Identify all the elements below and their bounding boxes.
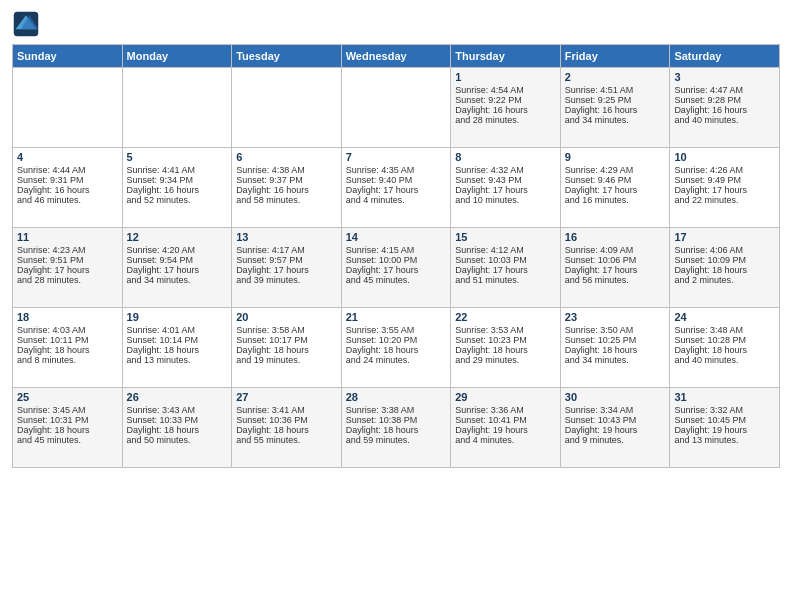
day-info: Sunrise: 3:50 AM [565, 325, 666, 335]
day-info: Daylight: 17 hours [455, 265, 556, 275]
day-number: 28 [346, 391, 447, 403]
day-info: Daylight: 17 hours [236, 265, 337, 275]
day-info: Sunset: 9:25 PM [565, 95, 666, 105]
day-info: Sunrise: 4:23 AM [17, 245, 118, 255]
day-info: Sunrise: 3:38 AM [346, 405, 447, 415]
day-info: Sunset: 10:31 PM [17, 415, 118, 425]
day-info: and 45 minutes. [17, 435, 118, 445]
calendar-container: SundayMondayTuesdayWednesdayThursdayFrid… [0, 0, 792, 612]
day-cell: 5Sunrise: 4:41 AMSunset: 9:34 PMDaylight… [122, 148, 232, 228]
day-info: Daylight: 16 hours [127, 185, 228, 195]
day-number: 6 [236, 151, 337, 163]
day-info: Daylight: 18 hours [236, 425, 337, 435]
day-info: Daylight: 16 hours [674, 105, 775, 115]
day-info: and 55 minutes. [236, 435, 337, 445]
day-header-thursday: Thursday [451, 45, 561, 68]
day-number: 11 [17, 231, 118, 243]
day-info: and 34 minutes. [565, 355, 666, 365]
day-info: Sunrise: 3:32 AM [674, 405, 775, 415]
day-number: 21 [346, 311, 447, 323]
day-info: and 22 minutes. [674, 195, 775, 205]
day-info: Sunset: 9:22 PM [455, 95, 556, 105]
day-cell: 21Sunrise: 3:55 AMSunset: 10:20 PMDaylig… [341, 308, 451, 388]
day-number: 29 [455, 391, 556, 403]
day-header-tuesday: Tuesday [232, 45, 342, 68]
day-info: and 52 minutes. [127, 195, 228, 205]
day-cell: 27Sunrise: 3:41 AMSunset: 10:36 PMDaylig… [232, 388, 342, 468]
day-info: Daylight: 17 hours [565, 265, 666, 275]
day-info: Sunset: 10:43 PM [565, 415, 666, 425]
day-info: Daylight: 19 hours [674, 425, 775, 435]
day-info: Sunset: 9:54 PM [127, 255, 228, 265]
day-info: and 45 minutes. [346, 275, 447, 285]
day-cell: 9Sunrise: 4:29 AMSunset: 9:46 PMDaylight… [560, 148, 670, 228]
header [12, 10, 780, 38]
week-row-3: 18Sunrise: 4:03 AMSunset: 10:11 PMDaylig… [13, 308, 780, 388]
day-info: Sunrise: 4:01 AM [127, 325, 228, 335]
day-number: 23 [565, 311, 666, 323]
day-cell: 16Sunrise: 4:09 AMSunset: 10:06 PMDaylig… [560, 228, 670, 308]
day-info: and 19 minutes. [236, 355, 337, 365]
day-info: Sunrise: 4:06 AM [674, 245, 775, 255]
day-cell: 15Sunrise: 4:12 AMSunset: 10:03 PMDaylig… [451, 228, 561, 308]
day-info: Sunset: 10:41 PM [455, 415, 556, 425]
day-info: Sunrise: 4:17 AM [236, 245, 337, 255]
day-info: and 2 minutes. [674, 275, 775, 285]
day-cell: 29Sunrise: 3:36 AMSunset: 10:41 PMDaylig… [451, 388, 561, 468]
day-info: Sunset: 10:38 PM [346, 415, 447, 425]
day-number: 8 [455, 151, 556, 163]
day-cell: 24Sunrise: 3:48 AMSunset: 10:28 PMDaylig… [670, 308, 780, 388]
week-row-1: 4Sunrise: 4:44 AMSunset: 9:31 PMDaylight… [13, 148, 780, 228]
day-cell: 8Sunrise: 4:32 AMSunset: 9:43 PMDaylight… [451, 148, 561, 228]
day-info: Sunrise: 4:41 AM [127, 165, 228, 175]
day-info: Sunset: 10:14 PM [127, 335, 228, 345]
day-info: Sunrise: 4:12 AM [455, 245, 556, 255]
day-number: 22 [455, 311, 556, 323]
day-info: Sunset: 9:43 PM [455, 175, 556, 185]
day-info: and 8 minutes. [17, 355, 118, 365]
day-info: Daylight: 16 hours [565, 105, 666, 115]
day-number: 4 [17, 151, 118, 163]
day-info: Sunset: 9:31 PM [17, 175, 118, 185]
day-cell: 2Sunrise: 4:51 AMSunset: 9:25 PMDaylight… [560, 68, 670, 148]
day-cell: 22Sunrise: 3:53 AMSunset: 10:23 PMDaylig… [451, 308, 561, 388]
day-cell: 10Sunrise: 4:26 AMSunset: 9:49 PMDayligh… [670, 148, 780, 228]
day-info: and 29 minutes. [455, 355, 556, 365]
day-info: Sunset: 9:37 PM [236, 175, 337, 185]
header-row: SundayMondayTuesdayWednesdayThursdayFrid… [13, 45, 780, 68]
day-info: Sunrise: 3:53 AM [455, 325, 556, 335]
day-info: Daylight: 18 hours [455, 345, 556, 355]
day-info: Sunrise: 4:09 AM [565, 245, 666, 255]
day-cell [122, 68, 232, 148]
day-info: Sunrise: 3:41 AM [236, 405, 337, 415]
day-info: Daylight: 16 hours [236, 185, 337, 195]
day-number: 9 [565, 151, 666, 163]
day-info: and 34 minutes. [565, 115, 666, 125]
day-info: and 40 minutes. [674, 355, 775, 365]
day-header-monday: Monday [122, 45, 232, 68]
day-info: and 40 minutes. [674, 115, 775, 125]
day-cell: 11Sunrise: 4:23 AMSunset: 9:51 PMDayligh… [13, 228, 123, 308]
day-number: 27 [236, 391, 337, 403]
day-info: Daylight: 18 hours [346, 345, 447, 355]
day-info: Daylight: 16 hours [455, 105, 556, 115]
day-info: Sunset: 10:23 PM [455, 335, 556, 345]
day-cell: 13Sunrise: 4:17 AMSunset: 9:57 PMDayligh… [232, 228, 342, 308]
day-info: Daylight: 17 hours [455, 185, 556, 195]
day-info: Sunset: 9:46 PM [565, 175, 666, 185]
day-number: 15 [455, 231, 556, 243]
day-number: 30 [565, 391, 666, 403]
day-info: Sunrise: 4:20 AM [127, 245, 228, 255]
logo [12, 10, 44, 38]
day-info: Daylight: 18 hours [17, 425, 118, 435]
day-number: 13 [236, 231, 337, 243]
day-info: Sunset: 10:25 PM [565, 335, 666, 345]
week-row-0: 1Sunrise: 4:54 AMSunset: 9:22 PMDaylight… [13, 68, 780, 148]
day-info: Sunrise: 4:44 AM [17, 165, 118, 175]
day-info: Daylight: 18 hours [17, 345, 118, 355]
day-cell: 14Sunrise: 4:15 AMSunset: 10:00 PMDaylig… [341, 228, 451, 308]
day-info: Sunrise: 4:38 AM [236, 165, 337, 175]
day-info: Daylight: 16 hours [17, 185, 118, 195]
day-cell: 23Sunrise: 3:50 AMSunset: 10:25 PMDaylig… [560, 308, 670, 388]
day-info: and 9 minutes. [565, 435, 666, 445]
